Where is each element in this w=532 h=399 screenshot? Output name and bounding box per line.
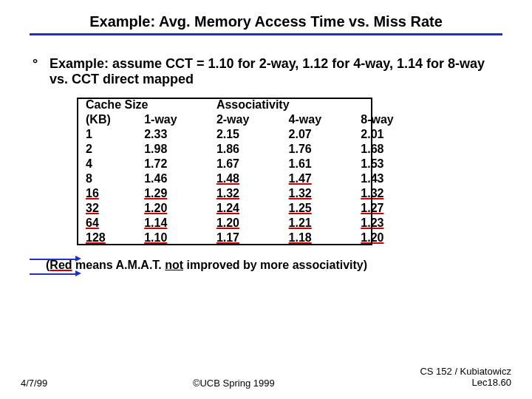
table-row: 128 1.10 1.17 1.18 1.20 [81,231,429,245]
cell-1way: 1.98 [140,142,212,157]
arrow-right-icon [75,270,81,276]
header-4way: 4-way [284,112,357,127]
header-cache-size: Cache Size [81,98,212,112]
cell-size: 16 [81,186,140,201]
amat-table: Cache Size Associativity (KB) 1-way 2-wa… [81,98,429,245]
cell-4way: 1.61 [284,157,357,171]
cell-4way: 1.25 [284,201,357,216]
bullet-text: Example: assume CCT = 1.10 for 2-way, 1.… [50,56,500,87]
cell-1way: 1.14 [140,216,212,231]
cell-size: 128 [81,231,140,245]
cell-8way: 1.43 [356,171,429,186]
cell-8way: 1.27 [356,201,429,216]
cell-2way: 1.32 [212,186,284,201]
cell-2way: 1.24 [212,201,284,216]
header-2way: 2-way [212,112,284,127]
table-header-row-2: (KB) 1-way 2-way 4-way 8-way [81,112,429,127]
footer-course-line1: CS 152 / Kubiatowicz [420,366,511,377]
footer-course: CS 152 / Kubiatowicz Lec18.60 [420,366,511,389]
bullet-block: ° Example: assume CCT = 1.10 for 2-way, … [0,35,532,95]
cell-size: 64 [81,216,140,231]
arrow-right-icon [75,256,81,262]
cell-8way: 1.32 [356,186,429,201]
arrow-line [30,259,75,260]
footnote-end: improved by more associativity) [183,259,367,271]
cell-size: 32 [81,201,140,216]
table-row: 4 1.72 1.67 1.61 1.53 [81,157,429,171]
cell-2way: 1.17 [212,231,284,245]
table-row: 8 1.46 1.48 1.47 1.43 [81,171,429,186]
cell-8way: 2.01 [356,127,429,142]
cell-8way: 1.53 [356,157,429,171]
cell-4way: 1.47 [284,171,357,186]
cell-4way: 1.76 [284,142,357,157]
footer-course-line2: Lec18.60 [472,377,512,388]
slide-title: Example: Avg. Memory Access Time vs. Mis… [0,0,532,33]
header-associativity: Associativity [212,98,429,112]
table-row: 1 2.33 2.15 2.07 2.01 [81,127,429,142]
footnote-red: Red [50,259,72,271]
table-header-row-1: Cache Size Associativity [81,98,429,112]
cell-1way: 1.72 [140,157,212,171]
footer: 4/7/99 ©UCB Spring 1999 CS 152 / Kubiato… [0,366,532,389]
cell-size: 2 [81,142,140,157]
cell-4way: 1.18 [284,231,357,245]
cell-2way: 2.15 [212,127,284,142]
cell-size: 4 [81,157,140,171]
cell-2way: 1.86 [212,142,284,157]
cell-1way: 1.20 [140,201,212,216]
cell-4way: 1.32 [284,186,357,201]
table-row: 32 1.20 1.24 1.25 1.27 [81,201,429,216]
header-kb: (KB) [81,112,140,127]
bullet-mark: ° [33,56,46,72]
cell-2way: 1.67 [212,157,284,171]
cell-8way: 1.20 [356,231,429,245]
cell-4way: 1.21 [284,216,357,231]
table-row: 64 1.14 1.20 1.21 1.23 [81,216,429,231]
cell-8way: 1.68 [356,142,429,157]
footnote-mid: means A.M.A.T. [72,259,166,271]
cell-1way: 1.29 [140,186,212,201]
header-1way: 1-way [140,112,212,127]
footnote-not: not [165,259,183,271]
cell-size: 1 [81,127,140,142]
footer-copyright: ©UCB Spring 1999 [47,378,420,389]
cell-1way: 1.10 [140,231,212,245]
cell-size: 8 [81,171,140,186]
table-row: 16 1.29 1.32 1.32 1.32 [81,186,429,201]
cell-8way: 1.23 [356,216,429,231]
cell-1way: 2.33 [140,127,212,142]
data-table-wrap: Cache Size Associativity (KB) 1-way 2-wa… [81,98,429,245]
cell-4way: 2.07 [284,127,357,142]
arrow-line [30,273,75,275]
cell-2way: 1.48 [212,171,284,186]
header-8way: 8-way [356,112,429,127]
cell-2way: 1.20 [212,216,284,231]
footer-date: 4/7/99 [21,378,47,389]
cell-1way: 1.46 [140,171,212,186]
table-row: 2 1.98 1.86 1.76 1.68 [81,142,429,157]
